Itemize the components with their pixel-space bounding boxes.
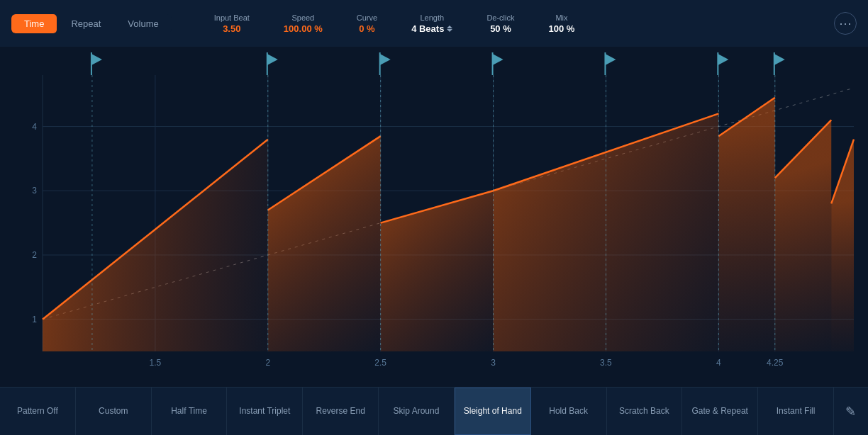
speed-value: 100.00 %	[284, 23, 323, 34]
chart-canvas[interactable]	[0, 47, 868, 387]
preset-half-time[interactable]: Half Time	[152, 388, 228, 435]
preset-instant-fill[interactable]: Instant Fill	[758, 388, 834, 435]
preset-sleight-of-hand[interactable]: Sleight of Hand	[455, 388, 531, 435]
preset-pattern-off[interactable]: Pattern Off	[0, 388, 76, 435]
tab-repeat[interactable]: Repeat	[58, 14, 113, 33]
tab-group: Time Repeat Volume	[11, 14, 172, 33]
speed-label: Speed	[291, 13, 314, 22]
header: Time Repeat Volume Input Beat 3.50 Speed…	[0, 0, 868, 47]
tab-time[interactable]: Time	[11, 14, 57, 33]
preset-instant-triplet[interactable]: Instant Triplet	[227, 388, 303, 435]
chart-area: Beat	[0, 47, 868, 387]
input-beat-label: Input Beat	[214, 13, 250, 22]
mix-value: 100 %	[549, 23, 575, 34]
bottom-bar: Pattern OffCustomHalf TimeInstant Triple…	[0, 387, 868, 435]
length-value-container[interactable]: 4 Beats	[411, 23, 452, 34]
input-beat-value: 3.50	[223, 23, 240, 34]
declick-value: 50 %	[490, 23, 511, 34]
preset-reverse-end[interactable]: Reverse End	[303, 388, 379, 435]
curve-param: Curve 0 %	[357, 13, 377, 34]
mix-label: Mix	[555, 13, 567, 22]
length-param: Length 4 Beats	[411, 13, 452, 34]
preset-custom[interactable]: Custom	[76, 388, 152, 435]
preset-skip-around[interactable]: Skip Around	[379, 388, 455, 435]
tab-volume[interactable]: Volume	[115, 14, 171, 33]
length-value-text: 4 Beats	[411, 23, 444, 34]
length-stepper-icon	[447, 26, 452, 32]
preset-hold-back[interactable]: Hold Back	[531, 388, 607, 435]
input-beat-param: Input Beat 3.50	[214, 13, 250, 34]
chevron-down-icon	[447, 29, 452, 32]
preset-scratch-back[interactable]: Scratch Back	[607, 388, 683, 435]
curve-value: 0 %	[359, 23, 374, 34]
chevron-up-icon	[447, 26, 452, 28]
declick-label: De-click	[486, 13, 514, 22]
pencil-button[interactable]: ✎	[834, 388, 868, 435]
declick-param: De-click 50 %	[486, 13, 514, 34]
speed-param: Speed 100.00 %	[284, 13, 323, 34]
length-label: Length	[420, 13, 444, 22]
more-button[interactable]: ⋯	[834, 12, 857, 35]
mix-param: Mix 100 %	[549, 13, 575, 34]
header-params: Input Beat 3.50 Speed 100.00 % Curve 0 %…	[214, 12, 857, 35]
curve-label: Curve	[357, 13, 377, 22]
preset-gate-repeat[interactable]: Gate & Repeat	[682, 388, 758, 435]
